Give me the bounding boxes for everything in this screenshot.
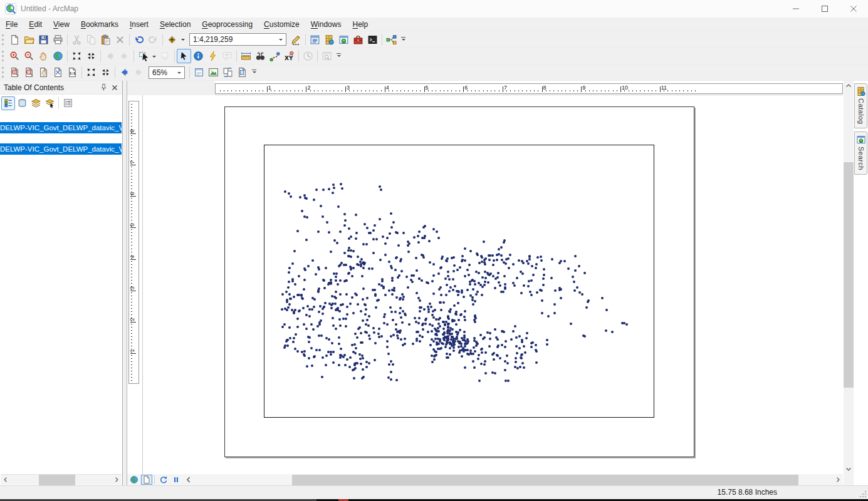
map-scale-combo[interactable]: 1:4,219,259 (189, 33, 286, 46)
layout-page[interactable] (224, 106, 694, 457)
scroll-down-arrow-icon[interactable] (844, 464, 854, 474)
map-data-frame[interactable] (264, 145, 654, 418)
clear-selection-button[interactable] (158, 49, 172, 63)
add-data-button[interactable] (165, 33, 179, 47)
menu-customize[interactable]: Customize (258, 18, 305, 31)
scroll-right-arrow-icon[interactable] (833, 475, 843, 485)
paste-button[interactable] (98, 33, 113, 47)
arctoolbox-button[interactable] (351, 33, 365, 47)
table-of-contents-button[interactable] (308, 33, 322, 47)
pin-button[interactable] (98, 82, 109, 93)
scroll-right-arrow-icon[interactable] (112, 475, 122, 485)
scroll-left-button[interactable] (183, 475, 194, 485)
menu-bookmarks[interactable]: Bookmarks (75, 18, 124, 31)
toolbar-overflow-button[interactable] (250, 65, 258, 80)
go-to-xy-button[interactable]: XY (282, 49, 296, 63)
fixed-zoom-out-button[interactable] (84, 49, 98, 63)
toc-horizontal-scrollbar[interactable] (1, 474, 122, 485)
list-by-selection-button[interactable] (43, 96, 56, 110)
tab-search[interactable]: Search (854, 132, 867, 175)
viewer-window-button[interactable] (320, 49, 334, 63)
pan-button[interactable] (36, 49, 51, 63)
layout-scroll-thumb[interactable] (292, 475, 798, 485)
redo-button[interactable] (146, 33, 160, 47)
zoom-in-button[interactable] (8, 49, 22, 63)
panel-splitter[interactable] (123, 81, 127, 485)
open-project-button[interactable] (22, 33, 36, 47)
maximize-button[interactable] (810, 0, 839, 18)
delete-button[interactable] (113, 33, 127, 47)
print-button[interactable] (51, 33, 65, 47)
menu-insert[interactable]: Insert (124, 18, 154, 31)
layout-view-button[interactable] (141, 475, 152, 485)
layout-pan-button[interactable] (36, 65, 51, 80)
measure-button[interactable] (239, 49, 253, 63)
dropdown-arrow-icon[interactable] (150, 49, 158, 63)
layout-horizontal-scrollbar[interactable] (198, 475, 833, 485)
zoom-percent-combo[interactable]: 65% (149, 66, 185, 79)
layout-vertical-scrollbar[interactable] (844, 81, 854, 474)
full-extent-button[interactable] (51, 49, 65, 63)
html-popup-button[interactable] (220, 49, 234, 63)
toc-options-button[interactable] (61, 96, 75, 110)
save-button[interactable] (36, 33, 51, 47)
focus-data-frame-button[interactable] (206, 65, 221, 80)
select-elements-button[interactable] (177, 49, 191, 63)
chevron-down-icon[interactable] (174, 67, 184, 78)
find-route-button[interactable] (268, 49, 282, 63)
layout-vscroll-thumb[interactable] (844, 162, 854, 388)
fixed-zoom-in-button[interactable] (70, 49, 84, 63)
menu-geoprocessing[interactable]: Geoprocessing (196, 18, 258, 31)
catalog-window-button[interactable] (322, 33, 337, 47)
pause-drawing-button[interactable] (170, 475, 182, 485)
toolbar-overflow-button[interactable] (399, 33, 407, 47)
close-button[interactable] (109, 82, 120, 93)
go-back-extent-button[interactable] (117, 65, 132, 80)
zoom-out-button[interactable] (22, 49, 36, 63)
cut-button[interactable] (70, 33, 84, 47)
layout-fixed-zoom-in-button[interactable] (84, 65, 98, 80)
menu-view[interactable]: View (48, 18, 75, 31)
resize-grip[interactable] (859, 490, 867, 498)
layout-view-canvas[interactable]: 1234567891011 87654321 (127, 81, 843, 474)
undo-button[interactable] (132, 33, 146, 47)
change-layout-button[interactable] (221, 65, 235, 80)
refresh-view-button[interactable] (158, 475, 169, 485)
layout-zoom-out-button[interactable] (22, 65, 36, 80)
search-window-button[interactable] (337, 33, 351, 47)
editor-toolbar-button[interactable] (289, 33, 303, 47)
toolbar-grip[interactable] (2, 67, 5, 78)
python-window-button[interactable] (365, 33, 380, 47)
select-features-button[interactable] (136, 49, 150, 63)
chevron-down-icon[interactable] (275, 34, 286, 45)
list-by-source-button[interactable] (15, 96, 29, 110)
toolbar-grip[interactable] (2, 51, 5, 61)
data-driven-pages-button[interactable] (235, 65, 249, 80)
time-slider-button[interactable] (301, 49, 315, 63)
menu-selection[interactable]: Selection (154, 18, 196, 31)
zoom-whole-page-button[interactable] (51, 65, 65, 80)
identify-button[interactable] (191, 49, 206, 63)
new-document-button[interactable] (8, 33, 22, 47)
close-button[interactable] (839, 0, 868, 18)
minimize-button[interactable] (782, 0, 810, 18)
layout-fixed-zoom-out-button[interactable] (98, 65, 113, 80)
menu-help[interactable]: Help (347, 18, 374, 31)
toolbar-overflow-button[interactable] (335, 49, 343, 63)
scroll-up-arrow-icon[interactable] (844, 81, 854, 91)
toggle-draft-mode-button[interactable] (192, 65, 206, 80)
dropdown-arrow-icon[interactable] (179, 33, 187, 47)
tab-catalog[interactable]: Catalog (854, 83, 867, 128)
copy-button[interactable] (84, 33, 98, 47)
scroll-left-arrow-icon[interactable] (1, 475, 11, 485)
list-by-visibility-button[interactable] (29, 96, 43, 110)
forward-button[interactable] (117, 49, 132, 63)
go-forward-extent-button[interactable] (132, 65, 146, 80)
back-button[interactable] (103, 49, 117, 63)
list-by-drawing-order-button[interactable] (1, 96, 15, 110)
toc-scroll-track[interactable] (11, 475, 112, 485)
toolbar-grip[interactable] (2, 34, 5, 45)
zoom-100-button[interactable]: 1:1 (65, 65, 80, 80)
menu-windows[interactable]: Windows (305, 18, 347, 31)
find-button[interactable] (253, 49, 268, 63)
